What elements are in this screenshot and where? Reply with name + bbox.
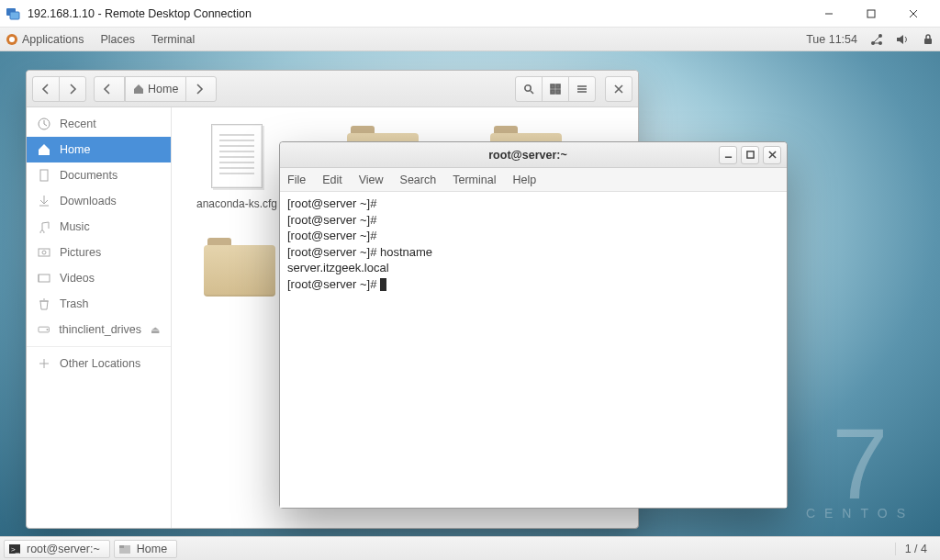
- svg-rect-3: [867, 10, 875, 17]
- sidebar-item-label: Videos: [60, 272, 95, 285]
- svg-point-7: [9, 37, 15, 42]
- breadcrumb-home[interactable]: Home: [125, 76, 186, 102]
- files-close-button[interactable]: [605, 76, 632, 102]
- trash-icon: [38, 297, 50, 310]
- downloads-icon: [38, 195, 50, 207]
- drive-icon: [38, 323, 50, 336]
- files-toolbar: Home: [27, 71, 638, 107]
- sidebar-item-documents[interactable]: Documents: [27, 162, 171, 188]
- videos-icon: [38, 272, 50, 285]
- svg-text:>_: >_: [11, 545, 20, 554]
- terminal-output[interactable]: [root@server ~]# [root@server ~]# [root@…: [280, 192, 787, 508]
- sidebar-item-label: Other Locations: [60, 357, 140, 370]
- folder-icon: [204, 245, 275, 297]
- folder-hidden-3[interactable]: [186, 236, 287, 322]
- sidebar-item-label: thinclient_drives: [59, 323, 141, 336]
- panel-places-label: Places: [100, 33, 135, 46]
- terminal-menu-view[interactable]: View: [359, 174, 384, 186]
- sidebar-item-videos[interactable]: Videos: [27, 265, 171, 291]
- nav-back-button[interactable]: [32, 76, 60, 102]
- sidebar-item-pictures[interactable]: Pictures: [27, 240, 171, 265]
- terminal-menu-search[interactable]: Search: [400, 174, 437, 186]
- file-manager-icon: [118, 543, 131, 555]
- hamburger-icon: [576, 84, 588, 95]
- nav-forward-button[interactable]: [59, 76, 86, 102]
- panel-clock[interactable]: Tue 11:54: [806, 33, 857, 46]
- host-maximize-button[interactable]: [850, 0, 892, 28]
- terminal-window: root@server:~ File Edit View Search Term…: [279, 141, 788, 509]
- svg-rect-27: [40, 170, 48, 181]
- panel-applications-label: Applications: [22, 33, 84, 46]
- svg-rect-19: [551, 90, 554, 94]
- workspace-indicator[interactable]: 1 / 4: [895, 543, 936, 555]
- terminal-menu-file[interactable]: File: [287, 174, 306, 186]
- document-icon: [211, 124, 263, 188]
- panel-menu-places[interactable]: Places: [100, 33, 135, 46]
- svg-rect-42: [119, 545, 124, 548]
- svg-rect-17: [551, 84, 554, 88]
- terminal-titlebar[interactable]: root@server:~: [280, 142, 787, 168]
- taskbar-entry-label: root@server:~: [27, 543, 100, 555]
- sidebar-item-home[interactable]: Home: [27, 137, 171, 162]
- terminal-cursor: [380, 278, 386, 291]
- svg-point-29: [42, 251, 46, 254]
- home-icon: [38, 143, 50, 156]
- terminal-menubar: File Edit View Search Terminal Help: [280, 168, 787, 192]
- svg-rect-20: [556, 90, 560, 94]
- eject-icon[interactable]: ⏏: [151, 324, 160, 336]
- terminal-minimize-button[interactable]: [719, 146, 737, 164]
- file-anaconda-ks[interactable]: anaconda-ks.cfg: [186, 124, 287, 210]
- panel-terminal-label: Terminal: [151, 33, 195, 46]
- sidebar-item-label: Recent: [60, 118, 96, 130]
- svg-rect-36: [746, 151, 753, 158]
- view-icons-button[interactable]: [542, 76, 569, 102]
- music-icon: [38, 220, 50, 233]
- network-icon[interactable]: [870, 33, 883, 46]
- sidebar-item-label: Pictures: [60, 246, 101, 259]
- sidebar-item-label: Downloads: [60, 195, 117, 207]
- sidebar-item-other-locations[interactable]: Other Locations: [27, 351, 171, 376]
- view-grid-icon: [550, 84, 561, 95]
- terminal-maximize-button[interactable]: [741, 146, 759, 164]
- applications-icon: [6, 33, 18, 46]
- svg-marker-13: [897, 35, 903, 44]
- brand-big: 7: [806, 413, 914, 514]
- volume-icon[interactable]: [896, 33, 909, 46]
- terminal-menu-help[interactable]: Help: [512, 174, 536, 186]
- svg-rect-14: [924, 39, 932, 44]
- file-label: anaconda-ks.cfg: [186, 197, 287, 210]
- breadcrumb-next[interactable]: [185, 76, 217, 102]
- search-button[interactable]: [515, 76, 543, 102]
- home-icon: [133, 84, 144, 95]
- taskbar-entry-home[interactable]: Home: [114, 540, 177, 558]
- rdp-icon: [6, 6, 20, 21]
- panel-menu-terminal[interactable]: Terminal: [151, 33, 195, 46]
- lock-icon[interactable]: [922, 33, 934, 46]
- sidebar-item-label: Home: [60, 143, 90, 156]
- breadcrumb-prev[interactable]: [94, 76, 125, 102]
- taskbar-entry-terminal[interactable]: >_ root@server:~: [4, 540, 110, 558]
- terminal-close-button[interactable]: [763, 146, 781, 164]
- sidebar-item-thinclient-drives[interactable]: thinclient_drives ⏏: [27, 317, 171, 342]
- gnome-top-panel: Applications Places Terminal Tue 11:54: [0, 28, 940, 51]
- sidebar-item-music[interactable]: Music: [27, 214, 171, 240]
- host-minimize-button[interactable]: [808, 0, 850, 28]
- panel-menu-applications[interactable]: Applications: [6, 33, 84, 46]
- sidebar-item-recent[interactable]: Recent: [27, 111, 171, 137]
- terminal-menu-terminal[interactable]: Terminal: [453, 174, 496, 186]
- sidebar-item-downloads[interactable]: Downloads: [27, 188, 171, 214]
- host-titlebar: 192.168.1.10 - Remote Desktop Connection: [0, 0, 940, 28]
- terminal-title: root@server:~: [341, 149, 715, 162]
- view-menu-button[interactable]: [568, 76, 596, 102]
- pictures-icon: [38, 246, 50, 259]
- svg-rect-30: [39, 274, 50, 282]
- bottom-taskbar: >_ root@server:~ Home 1 / 4: [0, 536, 940, 560]
- remote-desktop: 7 CENTOS Home: [0, 51, 940, 536]
- terminal-menu-edit[interactable]: Edit: [322, 174, 342, 186]
- sidebar-item-trash[interactable]: Trash: [27, 291, 171, 317]
- host-close-button[interactable]: [892, 0, 934, 28]
- sidebar-item-label: Trash: [60, 297, 89, 310]
- files-sidebar: Recent Home Documents Downloads Music: [27, 107, 172, 528]
- svg-rect-28: [39, 249, 50, 256]
- host-title: 192.168.1.10 - Remote Desktop Connection: [28, 7, 252, 20]
